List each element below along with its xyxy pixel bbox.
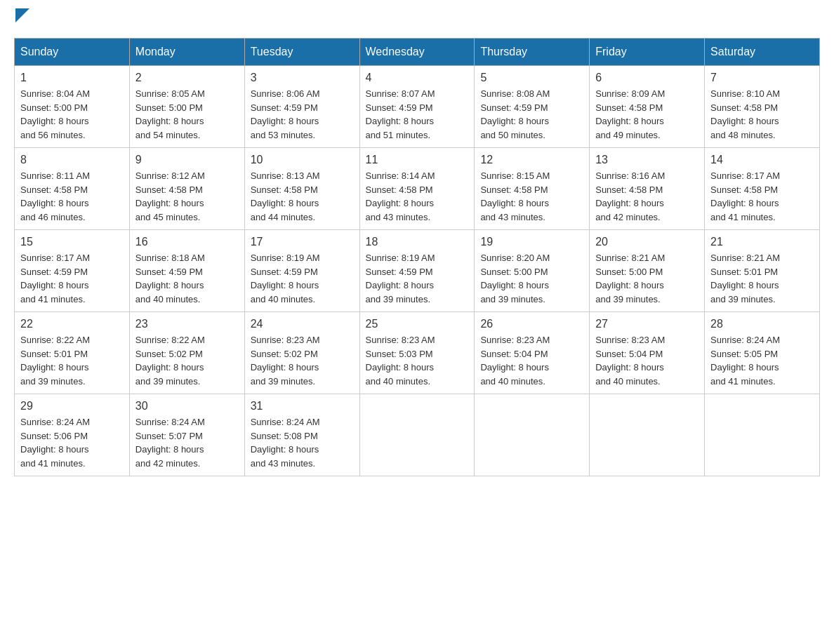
- calendar-cell: 28 Sunrise: 8:24 AM Sunset: 5:05 PM Dayl…: [705, 312, 820, 394]
- weekday-header-saturday: Saturday: [705, 39, 820, 66]
- weekday-header-wednesday: Wednesday: [359, 39, 475, 66]
- svg-marker-0: [15, 8, 29, 22]
- calendar-cell: 22 Sunrise: 8:22 AM Sunset: 5:01 PM Dayl…: [15, 312, 130, 394]
- day-number: 10: [251, 154, 354, 166]
- day-info: Sunrise: 8:24 AM Sunset: 5:05 PM Dayligh…: [710, 333, 814, 388]
- calendar-cell: 9 Sunrise: 8:12 AM Sunset: 4:58 PM Dayli…: [129, 148, 244, 230]
- day-info: Sunrise: 8:15 AM Sunset: 4:58 PM Dayligh…: [480, 169, 583, 224]
- day-info: Sunrise: 8:11 AM Sunset: 4:58 PM Dayligh…: [20, 169, 124, 224]
- day-number: 16: [135, 236, 239, 248]
- day-info: Sunrise: 8:04 AM Sunset: 5:00 PM Dayligh…: [20, 87, 124, 142]
- calendar-week-row: 22 Sunrise: 8:22 AM Sunset: 5:01 PM Dayl…: [15, 312, 820, 394]
- weekday-header-thursday: Thursday: [475, 39, 590, 66]
- calendar-cell: [590, 394, 705, 476]
- day-info: Sunrise: 8:08 AM Sunset: 4:59 PM Dayligh…: [480, 87, 583, 142]
- day-info: Sunrise: 8:21 AM Sunset: 5:00 PM Dayligh…: [595, 251, 699, 306]
- weekday-header-tuesday: Tuesday: [244, 39, 359, 66]
- day-number: 30: [135, 400, 239, 412]
- calendar-cell: 16 Sunrise: 8:18 AM Sunset: 4:59 PM Dayl…: [129, 230, 244, 312]
- day-number: 13: [595, 154, 699, 166]
- day-info: Sunrise: 8:05 AM Sunset: 5:00 PM Dayligh…: [135, 87, 239, 142]
- day-number: 14: [710, 154, 814, 166]
- calendar-cell: 2 Sunrise: 8:05 AM Sunset: 5:00 PM Dayli…: [129, 66, 244, 148]
- day-info: Sunrise: 8:13 AM Sunset: 4:58 PM Dayligh…: [251, 169, 354, 224]
- day-info: Sunrise: 8:24 AM Sunset: 5:07 PM Dayligh…: [135, 415, 239, 470]
- calendar-cell: 3 Sunrise: 8:06 AM Sunset: 4:59 PM Dayli…: [244, 66, 359, 148]
- day-number: 24: [251, 318, 354, 330]
- day-info: Sunrise: 8:23 AM Sunset: 5:04 PM Dayligh…: [595, 333, 699, 388]
- day-info: Sunrise: 8:16 AM Sunset: 4:58 PM Dayligh…: [595, 169, 699, 224]
- day-number: 25: [366, 318, 469, 330]
- calendar-table: SundayMondayTuesdayWednesdayThursdayFrid…: [14, 38, 820, 476]
- calendar-cell: 24 Sunrise: 8:23 AM Sunset: 5:02 PM Dayl…: [244, 312, 359, 394]
- weekday-header-friday: Friday: [590, 39, 705, 66]
- day-number: 31: [251, 400, 354, 412]
- calendar-cell: [705, 394, 820, 476]
- calendar-cell: 15 Sunrise: 8:17 AM Sunset: 4:59 PM Dayl…: [15, 230, 130, 312]
- day-number: 27: [595, 318, 699, 330]
- day-info: Sunrise: 8:22 AM Sunset: 5:02 PM Dayligh…: [135, 333, 239, 388]
- day-number: 21: [710, 236, 814, 248]
- day-info: Sunrise: 8:19 AM Sunset: 4:59 PM Dayligh…: [366, 251, 469, 306]
- calendar-cell: 23 Sunrise: 8:22 AM Sunset: 5:02 PM Dayl…: [129, 312, 244, 394]
- day-number: 11: [366, 154, 469, 166]
- day-info: Sunrise: 8:24 AM Sunset: 5:08 PM Dayligh…: [251, 415, 354, 470]
- calendar-cell: 30 Sunrise: 8:24 AM Sunset: 5:07 PM Dayl…: [129, 394, 244, 476]
- calendar-cell: 27 Sunrise: 8:23 AM Sunset: 5:04 PM Dayl…: [590, 312, 705, 394]
- day-number: 9: [135, 154, 239, 166]
- calendar-week-row: 15 Sunrise: 8:17 AM Sunset: 4:59 PM Dayl…: [15, 230, 820, 312]
- day-number: 23: [135, 318, 239, 330]
- day-number: 3: [251, 72, 354, 84]
- weekday-header-monday: Monday: [129, 39, 244, 66]
- day-number: 12: [480, 154, 583, 166]
- calendar-cell: 11 Sunrise: 8:14 AM Sunset: 4:58 PM Dayl…: [359, 148, 475, 230]
- day-number: 18: [366, 236, 469, 248]
- day-number: 15: [20, 236, 124, 248]
- day-number: 6: [595, 72, 699, 84]
- day-number: 4: [366, 72, 469, 84]
- calendar-cell: 10 Sunrise: 8:13 AM Sunset: 4:58 PM Dayl…: [244, 148, 359, 230]
- calendar-cell: 13 Sunrise: 8:16 AM Sunset: 4:58 PM Dayl…: [590, 148, 705, 230]
- day-info: Sunrise: 8:18 AM Sunset: 4:59 PM Dayligh…: [135, 251, 239, 306]
- calendar-cell: 6 Sunrise: 8:09 AM Sunset: 4:58 PM Dayli…: [590, 66, 705, 148]
- calendar-cell: 20 Sunrise: 8:21 AM Sunset: 5:00 PM Dayl…: [590, 230, 705, 312]
- day-info: Sunrise: 8:21 AM Sunset: 5:01 PM Dayligh…: [710, 251, 814, 306]
- day-info: Sunrise: 8:07 AM Sunset: 4:59 PM Dayligh…: [366, 87, 469, 142]
- calendar-cell: 26 Sunrise: 8:23 AM Sunset: 5:04 PM Dayl…: [475, 312, 590, 394]
- day-info: Sunrise: 8:23 AM Sunset: 5:03 PM Dayligh…: [366, 333, 469, 388]
- calendar-cell: 7 Sunrise: 8:10 AM Sunset: 4:58 PM Dayli…: [705, 66, 820, 148]
- day-info: Sunrise: 8:14 AM Sunset: 4:58 PM Dayligh…: [366, 169, 469, 224]
- day-number: 5: [480, 72, 583, 84]
- calendar-cell: 31 Sunrise: 8:24 AM Sunset: 5:08 PM Dayl…: [244, 394, 359, 476]
- calendar-week-row: 1 Sunrise: 8:04 AM Sunset: 5:00 PM Dayli…: [15, 66, 820, 148]
- day-number: 22: [20, 318, 124, 330]
- day-number: 26: [480, 318, 583, 330]
- day-info: Sunrise: 8:24 AM Sunset: 5:06 PM Dayligh…: [20, 415, 124, 470]
- calendar-cell: 12 Sunrise: 8:15 AM Sunset: 4:58 PM Dayl…: [475, 148, 590, 230]
- weekday-header-sunday: Sunday: [15, 39, 130, 66]
- calendar-cell: 29 Sunrise: 8:24 AM Sunset: 5:06 PM Dayl…: [15, 394, 130, 476]
- day-info: Sunrise: 8:23 AM Sunset: 5:04 PM Dayligh…: [480, 333, 583, 388]
- day-info: Sunrise: 8:17 AM Sunset: 4:59 PM Dayligh…: [20, 251, 124, 306]
- day-info: Sunrise: 8:17 AM Sunset: 4:58 PM Dayligh…: [710, 169, 814, 224]
- calendar-cell: 5 Sunrise: 8:08 AM Sunset: 4:59 PM Dayli…: [475, 66, 590, 148]
- day-info: Sunrise: 8:06 AM Sunset: 4:59 PM Dayligh…: [251, 87, 354, 142]
- day-number: 8: [20, 154, 124, 166]
- calendar-cell: 14 Sunrise: 8:17 AM Sunset: 4:58 PM Dayl…: [705, 148, 820, 230]
- day-number: 2: [135, 72, 239, 84]
- day-number: 19: [480, 236, 583, 248]
- calendar-cell: 4 Sunrise: 8:07 AM Sunset: 4:59 PM Dayli…: [359, 66, 475, 148]
- calendar-cell: [359, 394, 475, 476]
- day-info: Sunrise: 8:19 AM Sunset: 4:59 PM Dayligh…: [251, 251, 354, 306]
- calendar-cell: 18 Sunrise: 8:19 AM Sunset: 4:59 PM Dayl…: [359, 230, 475, 312]
- day-number: 20: [595, 236, 699, 248]
- day-number: 17: [251, 236, 354, 248]
- day-info: Sunrise: 8:12 AM Sunset: 4:58 PM Dayligh…: [135, 169, 239, 224]
- day-info: Sunrise: 8:09 AM Sunset: 4:58 PM Dayligh…: [595, 87, 699, 142]
- day-info: Sunrise: 8:23 AM Sunset: 5:02 PM Dayligh…: [251, 333, 354, 388]
- logo: [14, 14, 32, 24]
- day-number: 1: [20, 72, 124, 84]
- day-number: 7: [710, 72, 814, 84]
- calendar-cell: 1 Sunrise: 8:04 AM Sunset: 5:00 PM Dayli…: [15, 66, 130, 148]
- logo-arrow-icon: [15, 8, 32, 25]
